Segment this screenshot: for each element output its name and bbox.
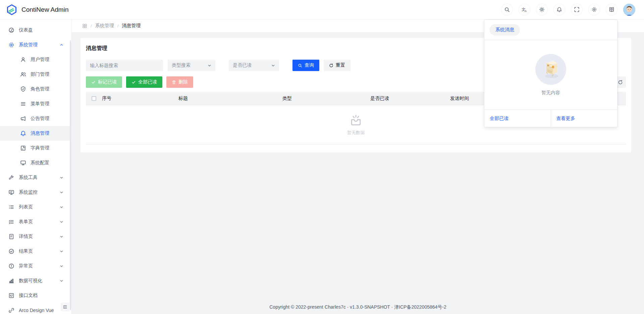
delete-button[interactable]: 删除 <box>166 76 193 88</box>
sidebar-item-label: 消息管理 <box>31 130 65 136</box>
sidebar-item-label: 公告管理 <box>31 116 65 122</box>
type-select-value: 类型搜索 <box>172 62 191 68</box>
read-status-select[interactable]: 是否已读 <box>229 60 279 71</box>
sidebar-item-message-management[interactable]: 消息管理 <box>0 126 71 141</box>
sidebar-item-role-management[interactable]: 角色管理 <box>0 82 71 97</box>
popup-empty-text: 暂无内容 <box>541 90 560 96</box>
sidebar-item-system-monitor[interactable]: 系统监控 <box>0 185 71 200</box>
popup-view-more-link[interactable]: 查看更多 <box>551 110 618 127</box>
sidebar-item-list-pages[interactable]: 列表页 <box>0 200 71 214</box>
gear-icon <box>8 42 14 48</box>
settings-gear-icon[interactable] <box>588 4 600 15</box>
chevron-down-icon <box>60 279 63 283</box>
search-icon <box>298 63 302 68</box>
user-avatar[interactable] <box>623 4 635 16</box>
popup-all-read-link[interactable]: 全部已读 <box>484 110 551 127</box>
docs-book-icon[interactable] <box>606 4 618 15</box>
sidebar-item-menu-management[interactable]: 菜单管理 <box>0 97 71 111</box>
dashboard-gauge-icon <box>8 27 14 33</box>
chevron-down-icon <box>60 264 63 268</box>
breadcrumb-item[interactable]: 系统管理 <box>95 23 114 29</box>
sidebar-item-label: 仪表盘 <box>19 27 65 33</box>
sidebar-item-result-pages[interactable]: 结果页 <box>0 244 71 259</box>
megaphone-icon <box>20 116 26 122</box>
search-icon[interactable] <box>501 4 513 15</box>
desktop-icon <box>20 160 26 166</box>
sidebar-item-label: 列表页 <box>19 204 65 210</box>
code-square-icon <box>8 293 14 299</box>
sidebar-item-department-management[interactable]: 部门管理 <box>0 67 71 82</box>
chevron-down-icon <box>60 176 63 180</box>
sidebar-item-dashboard[interactable]: 仪表盘 <box>0 23 71 38</box>
sidebar-scrollbar[interactable] <box>70 40 71 310</box>
sidebar-item-form-pages[interactable]: 表单页 <box>0 214 71 229</box>
sidebar-item-label: 用户管理 <box>31 57 65 63</box>
sidebar-item-label: 菜单管理 <box>31 101 65 107</box>
header-actions: 文 A <box>501 4 644 16</box>
notification-empty-state: 暂无内容 <box>484 40 617 110</box>
mark-read-label: 标记已读 <box>98 79 117 85</box>
user-group-icon <box>20 71 26 77</box>
query-button[interactable]: 查询 <box>292 60 319 71</box>
fullscreen-icon[interactable] <box>571 4 583 15</box>
column-header[interactable]: 序号 <box>101 96 178 102</box>
sidebar: 仪表盘 系统管理 用户管理 部门管理 角色管理 <box>0 19 72 314</box>
sidebar-item-label: 异常页 <box>19 263 65 269</box>
chevron-down-icon <box>60 191 63 194</box>
sidebar-collapse-button[interactable] <box>61 303 69 311</box>
chevron-down-icon <box>60 205 63 209</box>
breadcrumb-separator: / <box>91 23 92 28</box>
footer-copyright: Copyright © 2022-present Charles7c · v1.… <box>72 304 644 310</box>
all-read-button[interactable]: 全部已读 <box>126 76 162 88</box>
chevron-down-icon <box>60 235 63 239</box>
sidebar-item-exception-pages[interactable]: 异常页 <box>0 259 71 273</box>
list-icon <box>8 204 14 210</box>
chevron-down-icon <box>60 220 63 224</box>
reset-button-label: 重置 <box>336 62 345 68</box>
monitor-chart-icon <box>8 189 14 195</box>
bar-chart-icon <box>8 278 14 284</box>
sidebar-item-dictionary-management[interactable]: 字典管理 <box>0 141 71 155</box>
sidebar-item-data-visualization[interactable]: 数据可视化 <box>0 273 71 288</box>
notification-bell-icon[interactable] <box>553 4 565 15</box>
breadcrumb-separator: / <box>117 23 119 28</box>
brand: ContiNew Admin <box>0 4 68 15</box>
sidebar-item-user-management[interactable]: 用户管理 <box>0 52 71 67</box>
chevron-down-icon <box>60 250 63 253</box>
theme-sun-icon[interactable] <box>536 4 548 15</box>
sidebar-item-system-tools[interactable]: 系统工具 <box>0 170 71 185</box>
column-header[interactable]: 标题 <box>178 96 282 102</box>
sidebar-item-label: 部门管理 <box>31 71 65 77</box>
app-header: ContiNew Admin 文 A <box>0 0 644 19</box>
apps-grid-icon[interactable] <box>82 23 87 28</box>
column-header[interactable]: 类型 <box>282 96 370 102</box>
sidebar-item-system-management[interactable]: 系统管理 <box>0 38 71 52</box>
sidebar-item-api-docs[interactable]: 接口文档 <box>0 288 71 303</box>
sidebar-item-system-config[interactable]: 系统配置 <box>0 155 71 170</box>
sidebar-item-announcement-management[interactable]: 公告管理 <box>0 111 71 126</box>
menu-fold-icon <box>63 305 67 309</box>
translate-icon[interactable]: 文 A <box>519 4 530 15</box>
notification-footer: 全部已读 查看更多 <box>484 110 617 127</box>
sidebar-item-label: 表单页 <box>19 219 65 225</box>
notification-popup: 系统消息 暂无内容 全部已读 查看更多 <box>484 19 618 127</box>
title-search-input[interactable] <box>86 60 163 71</box>
refresh-icon <box>618 80 623 85</box>
sidebar-item-label: 系统管理 <box>19 42 65 48</box>
warning-circle-icon <box>8 263 14 269</box>
mark-read-button[interactable]: 标记已读 <box>86 76 122 88</box>
file-detail-icon <box>8 234 14 240</box>
tab-system-messages[interactable]: 系统消息 <box>490 24 520 36</box>
select-all-checkbox[interactable] <box>92 96 96 101</box>
svg-text:A: A <box>525 9 527 12</box>
column-header[interactable]: 是否已读 <box>370 96 449 102</box>
sidebar-item-detail-pages[interactable]: 详情页 <box>0 229 71 244</box>
breadcrumb-current: 消息管理 <box>122 23 141 29</box>
refresh-icon <box>329 63 333 68</box>
delete-label: 删除 <box>178 79 188 85</box>
type-select[interactable]: 类型搜索 <box>168 60 215 71</box>
reset-button[interactable]: 重置 <box>324 60 351 71</box>
trash-icon <box>172 80 176 84</box>
app-title: ContiNew Admin <box>21 6 68 13</box>
sidebar-item-label: 角色管理 <box>31 86 65 92</box>
